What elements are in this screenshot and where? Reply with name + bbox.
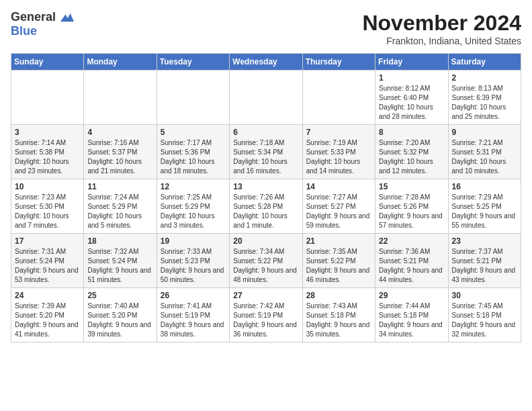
day-number: 26 [161, 291, 226, 300]
day-number: 29 [379, 291, 444, 300]
day-info: Sunrise: 7:44 AM Sunset: 5:18 PM Dayligh… [379, 302, 444, 339]
calendar-cell: 2Sunrise: 8:13 AM Sunset: 6:39 PM Daylig… [448, 71, 521, 125]
day-info: Sunrise: 7:26 AM Sunset: 5:28 PM Dayligh… [233, 193, 298, 230]
day-number: 13 [233, 182, 298, 191]
calendar-cell: 11Sunrise: 7:24 AM Sunset: 5:29 PM Dayli… [84, 179, 157, 234]
day-info: Sunrise: 7:33 AM Sunset: 5:23 PM Dayligh… [161, 247, 226, 285]
calendar-week-row: 1Sunrise: 8:12 AM Sunset: 6:40 PM Daylig… [11, 71, 521, 125]
calendar-cell: 14Sunrise: 7:27 AM Sunset: 5:27 PM Dayli… [302, 179, 375, 234]
weekday-header: Wednesday [230, 54, 302, 71]
calendar-title: November 2024 [362, 11, 521, 36]
day-info: Sunrise: 7:18 AM Sunset: 5:34 PM Dayligh… [233, 138, 298, 176]
day-number: 4 [87, 128, 152, 137]
calendar-cell: 1Sunrise: 8:12 AM Sunset: 6:40 PM Daylig… [375, 71, 448, 125]
day-info: Sunrise: 7:19 AM Sunset: 5:33 PM Dayligh… [306, 138, 371, 176]
day-number: 24 [15, 291, 80, 300]
day-number: 12 [161, 182, 226, 191]
calendar-cell: 5Sunrise: 7:17 AM Sunset: 5:36 PM Daylig… [157, 125, 229, 179]
day-info: Sunrise: 7:23 AM Sunset: 5:30 PM Dayligh… [15, 193, 80, 230]
calendar-cell: 7Sunrise: 7:19 AM Sunset: 5:33 PM Daylig… [302, 125, 375, 179]
calendar-cell: 16Sunrise: 7:29 AM Sunset: 5:25 PM Dayli… [448, 179, 521, 234]
calendar-cell: 27Sunrise: 7:42 AM Sunset: 5:19 PM Dayli… [230, 288, 302, 342]
calendar-table: SundayMondayTuesdayWednesdayThursdayFrid… [11, 53, 521, 342]
day-number: 21 [306, 236, 371, 246]
day-number: 19 [161, 236, 226, 246]
calendar-cell [302, 71, 375, 125]
day-info: Sunrise: 7:31 AM Sunset: 5:24 PM Dayligh… [15, 247, 80, 285]
calendar-cell: 3Sunrise: 7:14 AM Sunset: 5:38 PM Daylig… [11, 125, 84, 179]
day-number: 1 [379, 73, 444, 83]
day-info: Sunrise: 7:45 AM Sunset: 5:18 PM Dayligh… [452, 302, 517, 339]
logo-bird-icon [60, 13, 74, 22]
day-info: Sunrise: 7:29 AM Sunset: 5:25 PM Dayligh… [452, 193, 517, 230]
day-info: Sunrise: 7:36 AM Sunset: 5:21 PM Dayligh… [379, 247, 444, 285]
calendar-cell: 28Sunrise: 7:43 AM Sunset: 5:18 PM Dayli… [302, 288, 375, 342]
day-number: 6 [233, 128, 298, 137]
day-info: Sunrise: 7:35 AM Sunset: 5:22 PM Dayligh… [306, 247, 371, 285]
day-number: 28 [306, 291, 371, 300]
day-info: Sunrise: 8:12 AM Sunset: 6:40 PM Dayligh… [379, 84, 444, 122]
calendar-cell: 25Sunrise: 7:40 AM Sunset: 5:20 PM Dayli… [84, 288, 157, 342]
day-info: Sunrise: 7:42 AM Sunset: 5:19 PM Dayligh… [233, 302, 298, 339]
day-info: Sunrise: 7:24 AM Sunset: 5:29 PM Dayligh… [87, 193, 152, 230]
day-info: Sunrise: 7:14 AM Sunset: 5:38 PM Dayligh… [15, 138, 80, 176]
day-info: Sunrise: 7:21 AM Sunset: 5:31 PM Dayligh… [452, 138, 517, 176]
calendar-cell [230, 71, 302, 125]
calendar-week-row: 17Sunrise: 7:31 AM Sunset: 5:24 PM Dayli… [11, 234, 521, 288]
day-number: 16 [452, 182, 517, 191]
calendar-cell: 13Sunrise: 7:26 AM Sunset: 5:28 PM Dayli… [230, 179, 302, 234]
logo-blue-text: Blue [11, 24, 37, 38]
weekday-header: Friday [375, 54, 448, 71]
logo-text: General [11, 11, 74, 24]
calendar-cell: 9Sunrise: 7:21 AM Sunset: 5:31 PM Daylig… [448, 125, 521, 179]
day-info: Sunrise: 7:20 AM Sunset: 5:32 PM Dayligh… [379, 138, 444, 176]
day-number: 7 [306, 128, 371, 137]
weekday-header: Saturday [448, 54, 521, 71]
calendar-cell: 10Sunrise: 7:23 AM Sunset: 5:30 PM Dayli… [11, 179, 84, 234]
day-number: 5 [161, 128, 226, 137]
day-number: 18 [87, 236, 152, 246]
calendar-cell: 24Sunrise: 7:39 AM Sunset: 5:20 PM Dayli… [11, 288, 84, 342]
day-info: Sunrise: 7:43 AM Sunset: 5:18 PM Dayligh… [306, 302, 371, 339]
calendar-subtitle: Frankton, Indiana, United States [362, 36, 521, 46]
day-number: 2 [452, 73, 517, 83]
day-number: 23 [452, 236, 517, 246]
weekday-header: Thursday [302, 54, 375, 71]
day-number: 9 [452, 128, 517, 137]
day-number: 20 [233, 236, 298, 246]
calendar-cell: 29Sunrise: 7:44 AM Sunset: 5:18 PM Dayli… [375, 288, 448, 342]
calendar-cell: 6Sunrise: 7:18 AM Sunset: 5:34 PM Daylig… [230, 125, 302, 179]
day-info: Sunrise: 7:25 AM Sunset: 5:29 PM Dayligh… [161, 193, 226, 230]
calendar-cell: 17Sunrise: 7:31 AM Sunset: 5:24 PM Dayli… [11, 234, 84, 288]
calendar-cell: 21Sunrise: 7:35 AM Sunset: 5:22 PM Dayli… [302, 234, 375, 288]
page-header: General Blue November 2024 Frankton, Ind… [11, 11, 521, 46]
day-number: 14 [306, 182, 371, 191]
calendar-week-row: 10Sunrise: 7:23 AM Sunset: 5:30 PM Dayli… [11, 179, 521, 234]
svg-marker-0 [60, 13, 74, 22]
calendar-cell: 26Sunrise: 7:41 AM Sunset: 5:19 PM Dayli… [157, 288, 229, 342]
day-number: 8 [379, 128, 444, 137]
calendar-cell: 8Sunrise: 7:20 AM Sunset: 5:32 PM Daylig… [375, 125, 448, 179]
day-number: 30 [452, 291, 517, 300]
weekday-header: Tuesday [157, 54, 229, 71]
title-section: November 2024 Frankton, Indiana, United … [362, 11, 521, 46]
day-number: 10 [15, 182, 80, 191]
calendar-header-row: SundayMondayTuesdayWednesdayThursdayFrid… [11, 54, 521, 71]
day-info: Sunrise: 7:27 AM Sunset: 5:27 PM Dayligh… [306, 193, 371, 230]
day-info: Sunrise: 7:37 AM Sunset: 5:21 PM Dayligh… [452, 247, 517, 285]
calendar-week-row: 3Sunrise: 7:14 AM Sunset: 5:38 PM Daylig… [11, 125, 521, 179]
day-number: 17 [15, 236, 80, 246]
day-info: Sunrise: 7:34 AM Sunset: 5:22 PM Dayligh… [233, 247, 298, 285]
calendar-cell: 12Sunrise: 7:25 AM Sunset: 5:29 PM Dayli… [157, 179, 229, 234]
calendar-cell: 18Sunrise: 7:32 AM Sunset: 5:24 PM Dayli… [84, 234, 157, 288]
calendar-cell: 15Sunrise: 7:28 AM Sunset: 5:26 PM Dayli… [375, 179, 448, 234]
day-info: Sunrise: 8:13 AM Sunset: 6:39 PM Dayligh… [452, 84, 517, 122]
calendar-cell: 30Sunrise: 7:45 AM Sunset: 5:18 PM Dayli… [448, 288, 521, 342]
day-info: Sunrise: 7:16 AM Sunset: 5:37 PM Dayligh… [87, 138, 152, 176]
calendar-week-row: 24Sunrise: 7:39 AM Sunset: 5:20 PM Dayli… [11, 288, 521, 342]
calendar-cell: 4Sunrise: 7:16 AM Sunset: 5:37 PM Daylig… [84, 125, 157, 179]
day-info: Sunrise: 7:32 AM Sunset: 5:24 PM Dayligh… [87, 247, 152, 285]
day-number: 15 [379, 182, 444, 191]
day-info: Sunrise: 7:39 AM Sunset: 5:20 PM Dayligh… [15, 302, 80, 339]
day-info: Sunrise: 7:17 AM Sunset: 5:36 PM Dayligh… [161, 138, 226, 176]
